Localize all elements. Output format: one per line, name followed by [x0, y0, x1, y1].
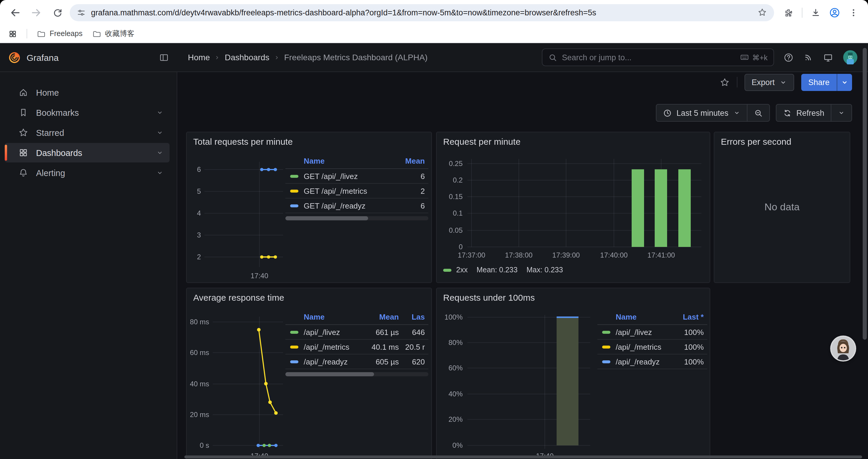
share-button[interactable]: Share: [801, 73, 852, 91]
panel-title[interactable]: Request per minute: [443, 136, 521, 146]
user-avatar[interactable]: [843, 50, 857, 64]
svg-text:0.1: 0.1: [453, 209, 463, 217]
extensions-icon[interactable]: [783, 7, 794, 18]
panel-total-requests[interactable]: Total requests per minute 6543217:40 Nam…: [186, 132, 432, 283]
news-rss-icon[interactable]: [804, 53, 813, 62]
column-header[interactable]: Las: [399, 313, 425, 321]
zoom-out-button[interactable]: [747, 104, 769, 121]
favorite-star-icon[interactable]: [720, 77, 730, 87]
forward-icon[interactable]: [27, 4, 45, 21]
panel-title[interactable]: Total requests per minute: [193, 136, 293, 146]
svg-text:0 s: 0 s: [200, 441, 209, 449]
sidebar-item-alerting[interactable]: Alerting: [5, 163, 169, 183]
breadcrumb-item[interactable]: Home: [188, 53, 210, 62]
sidebar-item-starred[interactable]: Starred: [5, 123, 169, 142]
sidebar-item-bookmarks[interactable]: Bookmarks: [5, 103, 169, 122]
bookmark-folder-freeleaps[interactable]: Freeleaps: [37, 29, 83, 38]
grafana-body: HomeBookmarksStarredDashboardsAlerting E…: [0, 72, 868, 459]
share-caret[interactable]: [837, 73, 852, 91]
series-color-pill: [602, 345, 610, 348]
series-color-pill: [290, 360, 299, 363]
column-header-name[interactable]: Name: [616, 313, 672, 321]
help-icon[interactable]: [783, 52, 794, 62]
table-row[interactable]: /api/_/metrics100%: [597, 340, 707, 355]
panel-title[interactable]: Requests under 100ms: [443, 292, 535, 302]
url-bar[interactable]: grafana.mathmast.com/d/deytv4rwavabkb/fr…: [70, 4, 774, 21]
svg-text:17:37:00: 17:37:00: [458, 251, 485, 259]
svg-text:0.15: 0.15: [449, 193, 463, 201]
series-name: GET /api/_/readyz: [304, 201, 392, 210]
sidebar-item-home[interactable]: Home: [5, 83, 169, 102]
panel-avg-response-time[interactable]: Average response time 80 ms60 ms40 ms20 …: [186, 288, 432, 459]
series-name: /api/_/livez: [616, 328, 672, 336]
series-color-pill: [290, 345, 299, 348]
horizontal-scrollbar[interactable]: [184, 455, 862, 458]
folder-icon: [37, 29, 45, 38]
search-input[interactable]: Search or jump to... ⌘+k: [542, 48, 774, 66]
panel-errors-per-second[interactable]: Errors per second No data: [714, 132, 850, 283]
svg-text:60%: 60%: [448, 364, 463, 372]
chevron-down-icon: [156, 109, 164, 117]
reload-icon[interactable]: [49, 4, 66, 21]
sidebar-toggle-icon[interactable]: [159, 52, 169, 62]
downloads-icon[interactable]: [811, 7, 821, 18]
svg-text:100%: 100%: [445, 313, 463, 321]
table-row[interactable]: GET /api/_/readyz6: [285, 198, 428, 213]
svg-text:0.2: 0.2: [453, 176, 463, 184]
sidebar-item-label: Starred: [36, 128, 156, 137]
svg-text:0: 0: [459, 243, 463, 251]
bookmark-star-icon[interactable]: [757, 8, 767, 17]
breadcrumb-item[interactable]: Dashboards: [225, 53, 270, 62]
column-header[interactable]: Last *: [672, 313, 704, 321]
profile-icon[interactable]: [829, 7, 840, 18]
series-value: 2: [392, 186, 425, 195]
vertical-scrollbar[interactable]: [863, 48, 867, 340]
export-button[interactable]: Export: [745, 73, 794, 91]
table-scrollbar[interactable]: [285, 372, 428, 376]
svg-text:17:40: 17:40: [251, 272, 268, 280]
refresh-interval-caret[interactable]: [831, 104, 851, 121]
panel-under-100ms[interactable]: Requests under 100ms 100%80%60%40%20%0%1…: [436, 288, 710, 459]
bookmark-folder-blogs[interactable]: 收藏博客: [92, 29, 134, 39]
chevron-down-icon: [156, 169, 164, 177]
table-row[interactable]: /api/_/readyz605 µs620: [285, 355, 428, 369]
sidebar-item-dashboards[interactable]: Dashboards: [5, 143, 169, 162]
table-row[interactable]: /api/_/readyz100%: [597, 355, 707, 369]
display-icon[interactable]: [823, 52, 833, 62]
panel-title[interactable]: Errors per second: [721, 136, 791, 146]
bookmarks-bar: Freeleaps 收藏博客: [0, 25, 868, 43]
table-row[interactable]: GET /api/_/metrics2: [285, 184, 428, 198]
column-header-name[interactable]: Name: [304, 157, 392, 165]
refresh-button[interactable]: Refresh: [776, 104, 831, 121]
apps-grid-icon[interactable]: [8, 29, 17, 38]
table-row[interactable]: /api/_/livez661 µs646: [285, 325, 428, 340]
assistant-avatar-button[interactable]: [831, 337, 855, 360]
svg-text:4: 4: [197, 209, 201, 217]
site-settings-icon[interactable]: [77, 8, 86, 17]
series-name: /api/_/metrics: [304, 342, 362, 351]
svg-text:0%: 0%: [452, 441, 463, 449]
panel-request-per-minute[interactable]: Request per minute 0.250.20.150.10.05017…: [436, 132, 710, 283]
chart-legend[interactable]: 2xx Mean: 0.233 Max: 0.233: [443, 266, 563, 274]
series-name: GET /api/_/livez: [304, 172, 392, 181]
svg-text:60 ms: 60 ms: [190, 349, 209, 357]
grafana-logo[interactable]: [8, 51, 21, 64]
table-row[interactable]: /api/_/livez100%: [597, 325, 707, 340]
table-scrollbar[interactable]: [285, 216, 428, 220]
series-color-pill: [290, 189, 299, 192]
dashboard-canvas: Export Share Last 5 minutes: [177, 72, 868, 459]
time-range-picker[interactable]: Last 5 minutes: [656, 104, 747, 121]
svg-text:17:38:00: 17:38:00: [505, 251, 532, 259]
table-row[interactable]: /api/_/metrics40.1 ms20.5 r: [285, 340, 428, 355]
column-header[interactable]: Mean: [362, 313, 399, 321]
url-text[interactable]: grafana.mathmast.com/d/deytv4rwavabkb/fr…: [91, 8, 752, 17]
menu-kebab-icon[interactable]: [848, 7, 859, 18]
table-row[interactable]: GET /api/_/livez6: [285, 169, 428, 184]
panel-title[interactable]: Average response time: [193, 292, 284, 302]
column-header-name[interactable]: Name: [304, 313, 362, 321]
grafana-brand: Grafana: [27, 52, 153, 62]
browser-toolbar: grafana.mathmast.com/d/deytv4rwavabkb/fr…: [0, 0, 868, 25]
column-header[interactable]: Mean: [392, 157, 425, 165]
back-icon[interactable]: [6, 4, 24, 21]
chevron-down-icon: [838, 109, 845, 117]
